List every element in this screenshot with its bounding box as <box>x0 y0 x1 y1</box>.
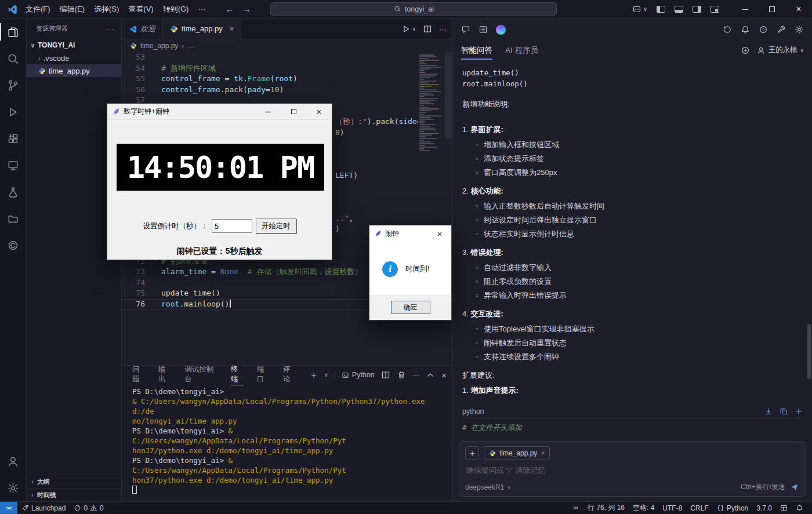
clock-close-icon[interactable]: × <box>306 104 332 119</box>
activity-remote-explorer-icon[interactable] <box>0 152 26 178</box>
panel-more-actions-icon[interactable]: ··· <box>412 371 420 379</box>
tab-time-app[interactable]: time_app.py × <box>163 19 241 39</box>
context-chip-time-app[interactable]: time_app.py × <box>484 446 550 460</box>
status-encoding[interactable]: UTF-8 <box>658 504 686 512</box>
terminal-profile-dropdown-icon[interactable]: ∨ <box>324 372 328 378</box>
gear-icon[interactable] <box>795 25 804 34</box>
account-icon[interactable] <box>0 448 26 475</box>
chat-input-box[interactable]: ＋ time_app.py × 继续提问或 “/” 清除记忆 deepseekR… <box>459 441 806 497</box>
add-context-button[interactable]: ＋ <box>465 446 479 460</box>
kill-terminal-icon[interactable] <box>397 370 406 380</box>
chat-sessions-icon[interactable] <box>461 25 470 34</box>
split-terminal-icon[interactable] <box>381 370 390 380</box>
activity-run-debug-icon[interactable] <box>0 99 26 125</box>
toggle-sidebar-icon[interactable] <box>657 6 665 13</box>
launchpad-status[interactable]: Launchpad <box>17 502 70 514</box>
minimize-button[interactable]: ─ <box>732 0 759 19</box>
help-icon[interactable]: ? <box>759 25 768 34</box>
breadcrumb[interactable]: time_app.py › … <box>122 39 452 52</box>
split-editor-icon[interactable] <box>423 24 432 34</box>
activity-source-control-icon[interactable] <box>0 72 26 99</box>
tree-item-vscode-folder[interactable]: › .vscode <box>27 52 121 64</box>
chip-close-icon[interactable]: × <box>541 449 545 457</box>
panel-tab-debug-console[interactable]: 调试控制台 <box>184 364 218 385</box>
history-icon[interactable] <box>723 25 732 34</box>
activity-references-icon[interactable] <box>0 205 26 232</box>
panel-tab-comments[interactable]: 评论 <box>283 364 296 385</box>
clock-maximize-icon[interactable] <box>281 104 306 119</box>
status-language-mode[interactable]: {}Python <box>713 504 753 512</box>
send-icon[interactable] <box>790 483 799 491</box>
tab-ai-programmer[interactable]: AI 程序员 <box>505 41 538 60</box>
menu-item-3[interactable]: 查看(V) <box>124 1 158 18</box>
menu-item-0[interactable]: 文件(F) <box>21 1 55 18</box>
close-panel-icon[interactable]: × <box>441 370 447 380</box>
editor-more-actions-icon[interactable]: ··· <box>439 25 447 34</box>
alarm-dialog-titlebar[interactable]: 闹钟 × <box>369 225 451 242</box>
run-python-file-button[interactable]: ∨ <box>401 24 416 34</box>
add-icon[interactable] <box>741 46 750 55</box>
status-eol[interactable]: CRLF <box>686 504 712 512</box>
status-broadcast-status[interactable] <box>568 504 583 512</box>
maximize-panel-icon[interactable] <box>426 370 435 380</box>
new-terminal-icon[interactable]: ＋ <box>309 370 318 381</box>
copy-icon[interactable] <box>780 407 788 415</box>
tree-root-folder[interactable]: ∨ TONGYI_AI <box>27 39 121 52</box>
alarm-dialog[interactable]: 闹钟 × i 时间到! 确定 <box>369 225 452 320</box>
terminal-output[interactable]: PS D:\demo\tongyi_ai>& C:/Users/wangyn/A… <box>132 387 448 501</box>
panel-tab-problems[interactable]: 问题 <box>132 364 146 385</box>
tab-welcome[interactable]: 欢迎 <box>122 19 163 39</box>
activity-explorer-icon[interactable] <box>0 19 26 45</box>
clock-app-window[interactable]: 数字时钟+闹钟 ─ × 14:50:01 PM 设置倒计时（秒）： 开始定时 闹… <box>107 103 332 260</box>
clock-window-titlebar[interactable]: 数字时钟+闹钟 ─ × <box>107 104 332 120</box>
add-file-icon[interactable] <box>795 407 803 415</box>
menu-item-2[interactable]: 选择(S) <box>89 1 124 18</box>
menu-item-1[interactable]: 编辑(E) <box>55 1 89 18</box>
editor-scrollbar[interactable] <box>445 52 452 139</box>
problems-status[interactable]: 0 0 <box>70 502 107 514</box>
panel-tab-ports[interactable]: 端口 <box>257 364 270 385</box>
tools-icon[interactable] <box>777 25 786 34</box>
menu-item-5[interactable]: ··· <box>193 1 210 18</box>
toggle-panel-icon[interactable] <box>675 6 683 13</box>
customize-layout-icon[interactable] <box>710 6 719 13</box>
panel-tab-terminal[interactable]: 终端 <box>231 364 244 385</box>
countdown-input[interactable] <box>212 219 252 233</box>
tab-close-icon[interactable]: × <box>230 24 234 33</box>
settings-gear-icon[interactable] <box>0 475 26 501</box>
ok-button[interactable]: 确定 <box>391 301 430 314</box>
insert-code-icon[interactable] <box>764 407 773 415</box>
panel-tab-output[interactable]: 输出 <box>158 364 172 385</box>
clock-minimize-icon[interactable]: ─ <box>255 104 281 119</box>
terminal-instance-python[interactable]: Python <box>342 371 375 379</box>
user-menu[interactable]: 王的永楠 ∨ <box>757 45 804 55</box>
outline-section[interactable]: › 大纲 <box>27 475 121 488</box>
new-chat-icon[interactable] <box>478 25 488 34</box>
nav-back-icon[interactable]: ← <box>225 4 234 14</box>
maximize-button[interactable] <box>759 0 785 19</box>
activity-tongyi-extension-icon[interactable] <box>0 232 26 258</box>
remote-indicator[interactable]: >< <box>0 502 17 514</box>
nav-forward-icon[interactable]: → <box>242 4 251 14</box>
sidebar-more-icon[interactable]: ··· <box>106 25 114 32</box>
chat-input-placeholder[interactable]: 继续提问或 “/” 清除记忆 <box>465 465 800 476</box>
chat-content[interactable]: update_time()root.mainloop()新增功能说明:1. 界面… <box>453 60 812 438</box>
model-selector[interactable]: deepseekR1 ∨ <box>465 483 511 491</box>
timeline-section[interactable]: › 时间线 <box>27 488 121 501</box>
status-editor-layout[interactable] <box>776 504 792 512</box>
start-timer-button[interactable]: 开始定时 <box>256 218 296 234</box>
command-center-search[interactable]: tongyi_ai <box>270 2 557 16</box>
status-notifications[interactable] <box>792 504 807 512</box>
close-button[interactable]: × <box>785 0 812 19</box>
tree-item-time-app[interactable]: time_app.py <box>27 64 121 77</box>
bell-icon[interactable] <box>741 25 750 34</box>
activity-extensions-icon[interactable] <box>0 125 26 152</box>
toggle-secondary-sidebar-icon[interactable] <box>693 6 701 13</box>
status-python-version[interactable]: 3.7.0 <box>752 504 776 512</box>
status-cursor-position[interactable]: 行 76, 列 16 <box>583 503 629 513</box>
alarm-close-icon[interactable]: × <box>428 225 451 242</box>
copilot-menu[interactable]: ∨ <box>632 5 647 14</box>
activity-testing-icon[interactable] <box>0 178 26 205</box>
tab-smart-qa[interactable]: 智能问答 <box>461 41 492 60</box>
menu-item-4[interactable]: 转到(G) <box>158 1 194 18</box>
